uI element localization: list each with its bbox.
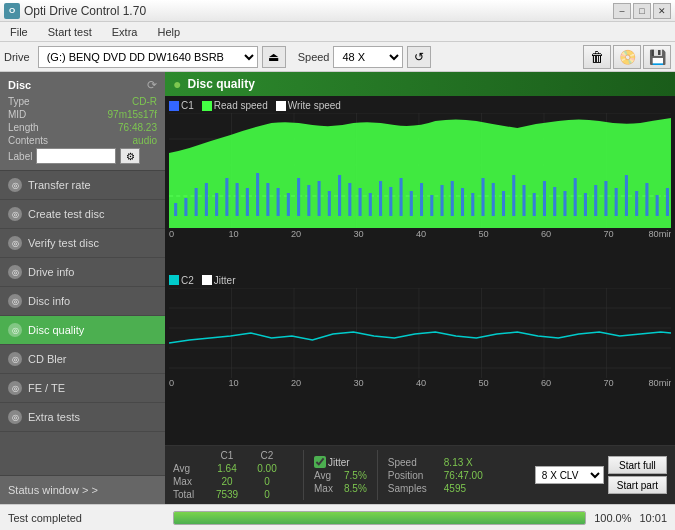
content-header: ● Disc quality: [165, 72, 675, 96]
bottombar: Test completed 100.0% 10:01: [0, 504, 675, 530]
svg-rect-53: [348, 183, 351, 216]
svg-rect-81: [635, 191, 638, 216]
speed-row: Speed 8.13 X: [388, 457, 483, 468]
c2-legend-label: C2: [181, 275, 194, 286]
sidebar-item-fe-te[interactable]: ◎ FE / TE: [0, 374, 165, 403]
start-full-button[interactable]: Start full: [608, 456, 667, 474]
svg-rect-61: [430, 195, 433, 216]
svg-text:80: 80: [648, 378, 658, 388]
jitter-label: Jitter: [328, 457, 350, 468]
jitter-avg-row: Avg 7.5%: [314, 470, 367, 481]
svg-rect-74: [563, 191, 566, 216]
disc-quality-icon: ◎: [8, 323, 22, 337]
svg-rect-64: [461, 188, 464, 216]
stats-divider2: [377, 450, 378, 500]
svg-rect-60: [420, 183, 423, 216]
svg-rect-40: [215, 193, 218, 216]
sidebar-item-disc-info[interactable]: ◎ Disc info: [0, 287, 165, 316]
svg-text:20: 20: [291, 229, 301, 239]
legend-c2: C2: [169, 275, 194, 286]
svg-text:10: 10: [228, 229, 238, 239]
svg-rect-70: [522, 185, 525, 216]
position-val: 76:47.00: [444, 470, 483, 481]
clv-select[interactable]: 8 X CLV 16 X CLV 32 X CLV: [535, 466, 604, 484]
sidebar-item-extra-tests[interactable]: ◎ Extra tests: [0, 403, 165, 432]
transfer-rate-icon: ◎: [8, 178, 22, 192]
max-c2: 0: [249, 476, 285, 487]
svg-text:30: 30: [353, 229, 363, 239]
sidebar-item-drive-info[interactable]: ◎ Drive info: [0, 258, 165, 287]
eject-button[interactable]: ⏏: [262, 46, 286, 68]
sidebar-item-transfer-rate[interactable]: ◎ Transfer rate: [0, 171, 165, 200]
erase-button[interactable]: 🗑: [583, 45, 611, 69]
disc-label-input[interactable]: [36, 148, 116, 164]
titlebar-controls: – □ ✕: [613, 3, 671, 19]
svg-text:50: 50: [478, 229, 488, 239]
sidebar-item-label: Disc info: [28, 295, 70, 307]
svg-rect-43: [246, 188, 249, 216]
copy-button[interactable]: 📀: [613, 45, 641, 69]
menu-start-test[interactable]: Start test: [42, 24, 98, 40]
svg-rect-72: [543, 181, 546, 216]
disc-mid-label: MID: [8, 109, 26, 120]
start-part-button[interactable]: Start part: [608, 476, 667, 494]
menu-help[interactable]: Help: [151, 24, 186, 40]
disc-label-button[interactable]: ⚙: [120, 148, 140, 164]
sidebar: Disc ⟳ Type CD-R MID 97m15s17f Length 76…: [0, 72, 165, 504]
progress-label: 100.0%: [594, 512, 631, 524]
jitter-header-row: Jitter: [314, 456, 367, 468]
samples-label: Samples: [388, 483, 440, 494]
svg-text:80: 80: [648, 229, 658, 239]
disc-arrow-icon[interactable]: ⟳: [147, 78, 157, 92]
speed-stats: Speed 8.13 X Position 76:47.00 Samples 4…: [388, 457, 483, 494]
disc-mid-row: MID 97m15s17f: [8, 109, 157, 120]
disc-quality-header-icon: ●: [173, 76, 181, 92]
svg-rect-69: [512, 175, 515, 216]
progress-area: 100.0% 10:01: [165, 511, 675, 525]
svg-text:60: 60: [541, 229, 551, 239]
stats-row: C1 C2 Avg 1.64 0.00 Max 20 0 Total: [165, 445, 675, 504]
sidebar-item-cd-bler[interactable]: ◎ CD Bler: [0, 345, 165, 374]
close-button[interactable]: ✕: [653, 3, 671, 19]
drive-select[interactable]: (G:) BENQ DVD DD DW1640 BSRB: [38, 46, 258, 68]
speed-select[interactable]: 48 X 40 X 32 X: [333, 46, 403, 68]
status-text: Test completed: [0, 512, 165, 524]
disc-panel-title: Disc: [8, 79, 31, 91]
menu-file[interactable]: File: [4, 24, 34, 40]
svg-rect-59: [410, 191, 413, 216]
minimize-button[interactable]: –: [613, 3, 631, 19]
jitter-max-row: Max 8.5%: [314, 483, 367, 494]
refresh-button[interactable]: ↺: [407, 46, 431, 68]
avg-c2: 0.00: [249, 463, 285, 474]
svg-rect-47: [287, 193, 290, 216]
progress-bar: [173, 511, 586, 525]
sidebar-item-label: Verify test disc: [28, 237, 99, 249]
menu-extra[interactable]: Extra: [106, 24, 144, 40]
toolbar-buttons: 🗑 📀 💾: [583, 45, 671, 69]
svg-rect-78: [604, 181, 607, 216]
sidebar-item-disc-quality[interactable]: ◎ Disc quality: [0, 316, 165, 345]
svg-rect-41: [225, 178, 228, 216]
svg-rect-62: [440, 185, 443, 216]
legend-jitter: Jitter: [202, 275, 236, 286]
maximize-button[interactable]: □: [633, 3, 651, 19]
sidebar-item-verify-test-disc[interactable]: ◎ Verify test disc: [0, 229, 165, 258]
legend-write-speed: Write speed: [276, 100, 341, 111]
jitter-checkbox[interactable]: [314, 456, 326, 468]
extra-tests-icon: ◎: [8, 410, 22, 424]
svg-rect-58: [400, 178, 403, 216]
speed-stat-label: Speed: [388, 457, 440, 468]
sidebar-item-create-test-disc[interactable]: ◎ Create test disc: [0, 200, 165, 229]
content-area: ● Disc quality C1 Read speed: [165, 72, 675, 504]
titlebar: O Opti Drive Control 1.70 – □ ✕: [0, 0, 675, 22]
c2-legend-box: [169, 275, 179, 285]
svg-rect-54: [359, 188, 362, 216]
svg-rect-57: [389, 187, 392, 216]
svg-rect-52: [338, 175, 341, 216]
save-button[interactable]: 💾: [643, 45, 671, 69]
main-layout: Disc ⟳ Type CD-R MID 97m15s17f Length 76…: [0, 72, 675, 504]
status-window-button[interactable]: Status window > >: [0, 475, 165, 504]
titlebar-title: Opti Drive Control 1.70: [24, 4, 146, 18]
jitter-max-label: Max: [314, 483, 340, 494]
svg-rect-50: [318, 181, 321, 216]
